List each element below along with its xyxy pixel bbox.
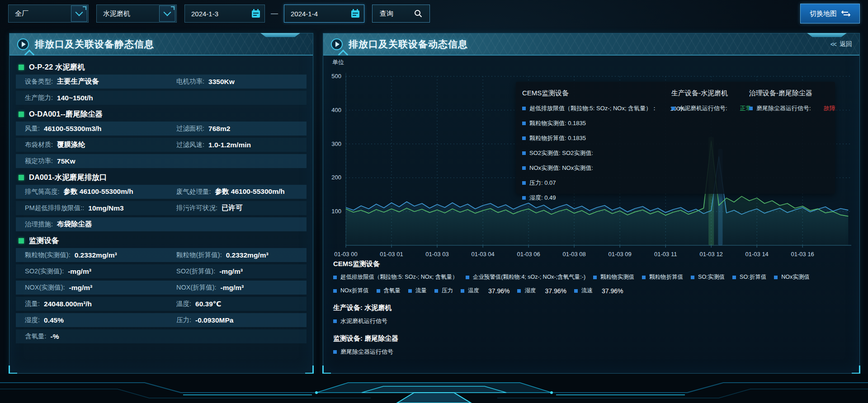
- tooltip-text: SO2实测值: SO2实测值:: [529, 149, 593, 157]
- legend-item[interactable]: 颗粒物实测值: [593, 273, 634, 281]
- legend-item[interactable]: 颗粒物折算值: [642, 273, 683, 281]
- info-row: 生产能力:140~150t/h: [16, 91, 307, 105]
- section-header-label: O-DA001--磨尾除尘器: [29, 109, 103, 119]
- legend-item[interactable]: SO:实测值: [691, 273, 725, 281]
- calendar-icon[interactable]: [348, 6, 363, 21]
- legend-label: 含氧量: [384, 287, 401, 295]
- svg-text:01-03 11: 01-03 11: [654, 251, 677, 258]
- info-cell: SO2(折算值):-mg/m³: [167, 267, 307, 276]
- info-cell: 过滤面积:768m2: [167, 124, 307, 133]
- legend-rows: 超低排放限值（颗拉物:5: SOz-; NOx; 含氧量）企业预警值(颗粒物:4…: [333, 273, 852, 295]
- info-label: 含氧量:: [25, 332, 47, 341]
- legend-label: 压力: [442, 287, 453, 295]
- svg-text:200: 200: [331, 174, 341, 181]
- info-cell: 颗粒物(实测值):0.2332mg/m³: [16, 251, 167, 259]
- static-info-rows: O-P-22 水泥磨机设备类型:主要生产设备电机功率:3350Kw生产能力:14…: [9, 56, 313, 350]
- svg-text:400: 400: [331, 107, 341, 113]
- info-label: 治理措施:: [25, 220, 53, 229]
- tooltip-marker-icon: [522, 166, 526, 170]
- tooltip-column: 治理设备-磨尾除尘器磨尾除尘器运行信号:故障: [749, 89, 831, 112]
- info-value: 75Kw: [57, 157, 75, 165]
- calendar-icon[interactable]: [248, 6, 264, 21]
- info-value: 0.45%: [44, 316, 64, 324]
- production-title: 生产设备: 水泥磨机: [333, 304, 852, 312]
- switch-map-button[interactable]: 切换地图: [800, 4, 860, 23]
- info-cell: SO2(实测值):-mg/m³: [16, 267, 167, 276]
- end-date-input[interactable]: 2024-1-4: [284, 5, 364, 23]
- tooltip-item: NOx实测值: NOx实测值:: [522, 164, 670, 172]
- chevron-down-icon[interactable]: [159, 5, 175, 22]
- info-label: 风量:: [25, 124, 40, 133]
- tooltip-marker-icon: [671, 107, 675, 110]
- legend-marker-icon: [377, 289, 380, 293]
- tooltip-text: NOx实测值: NOx实测值:: [529, 164, 593, 172]
- info-value: 已许可: [222, 203, 243, 213]
- legend-item[interactable]: 流速37.96%: [574, 287, 623, 295]
- tooltip-text: 水泥磨机运行信号:: [679, 104, 727, 112]
- svg-text:01-03 03: 01-03 03: [425, 251, 448, 258]
- chevron-down-icon[interactable]: [71, 5, 87, 22]
- legend-item[interactable]: 流量: [408, 287, 427, 295]
- query-button[interactable]: 查询: [372, 5, 430, 23]
- legend-label: NOx折算值: [340, 287, 369, 295]
- legend-label: SO:实测值: [698, 273, 725, 281]
- signal-label: 水泥磨机运行信号: [340, 317, 387, 325]
- tooltip-item: SO2实测值: SO2实测值:: [522, 149, 670, 157]
- info-row: 排气筒高度:参数 46100-55300m/h废气处理量:参数 46100-55…: [16, 185, 307, 199]
- tooltip-text: 湿度: 0.49: [529, 194, 556, 202]
- legend-title: CEMS监测设备: [333, 260, 852, 268]
- dynamic-panel-body: 单位 10020030040050001-03 0001-03 0101-03 …: [323, 56, 859, 374]
- legend-marker-icon: [408, 289, 412, 293]
- info-row: 额定功率:75Kw: [16, 154, 307, 168]
- info-cell: 设备类型:主要生产设备: [16, 77, 167, 86]
- info-cell: 额定功率:75Kw: [16, 157, 307, 165]
- legend-marker-icon: [333, 276, 337, 279]
- tooltip-text: 颗粒物实测值: 0.1835: [529, 119, 586, 127]
- legend-item[interactable]: 含氧量: [377, 287, 401, 295]
- legend-item[interactable]: 超低排放限值（颗拉物:5: SOz-; NOx; 含氧量）: [333, 273, 458, 281]
- legend-marker-icon: [517, 289, 521, 293]
- info-cell: 颗粒物(折算值):0.2332mg/m³: [167, 251, 307, 259]
- start-date-input[interactable]: 2024-1-3: [184, 5, 265, 23]
- dynamic-panel-header: 排放口及关联设备动态信息 << 返回: [323, 33, 859, 56]
- tooltip-text: 磨尾除尘器运行信号:: [756, 104, 811, 112]
- signal-item[interactable]: 磨尾除尘器运行信号: [333, 348, 852, 356]
- legend-label: SO:折算值: [740, 273, 766, 281]
- info-label: SO2(折算值):: [176, 267, 215, 276]
- legend-item[interactable]: 压力: [434, 287, 453, 295]
- legend-label: 湿度: [524, 287, 536, 295]
- legend-label: 颗粒物折算值: [649, 273, 683, 281]
- device-select-value: 水泥磨机: [97, 9, 137, 18]
- device-select[interactable]: 水泥磨机: [96, 5, 177, 23]
- tooltip-text: 压力: 0.07: [529, 179, 556, 187]
- tooltip-marker-icon: [522, 181, 526, 185]
- signal-item[interactable]: 水泥磨机运行信号: [333, 317, 852, 325]
- back-button[interactable]: << 返回: [830, 40, 852, 48]
- production-items: 水泥磨机运行信号: [333, 317, 852, 325]
- tooltip-column: CEMS监测设备超低排放限值（颗拉物:5: SOz-; NOx; 含氧量）：10…: [522, 89, 670, 202]
- legend-item[interactable]: 温度37.96%: [461, 287, 509, 295]
- legend-item[interactable]: 企业预警值(颗粒物:4; sOz-; NOx-;含氧气量:-): [466, 273, 585, 281]
- tooltip-item: 压力: 0.07: [522, 179, 670, 187]
- legend-item[interactable]: SO:折算值: [732, 273, 766, 281]
- info-row: 含氧量:-%: [16, 329, 307, 343]
- section-bullet-icon: [19, 238, 24, 244]
- legend-item[interactable]: 湿度37.96%: [517, 287, 566, 295]
- tooltip-item: 颗粒物实测值: 0.1835: [522, 119, 670, 127]
- info-cell: 排气筒高度:参数 46100-55300m/h: [16, 187, 167, 197]
- svg-text:500: 500: [331, 73, 341, 80]
- play-icon: [17, 38, 29, 51]
- info-cell: PM超低排排放限值::10mg/Nm3: [16, 204, 167, 212]
- legend-marker-icon: [333, 350, 337, 354]
- info-label: NOX(折算值):: [176, 283, 217, 292]
- info-value: 0.2332mg/m³: [75, 251, 117, 259]
- info-cell: NOX(实测值):-mg/m³: [16, 283, 167, 292]
- signal-label: 磨尾除尘器运行信号: [340, 348, 393, 356]
- legend-item[interactable]: NOx实测值: [774, 273, 810, 281]
- tooltip-item: 水泥磨机运行信号:正常: [671, 104, 746, 112]
- plant-select[interactable]: 全厂: [8, 5, 89, 23]
- end-date-value: 2024-1-4: [284, 10, 324, 18]
- page-title-dynamic: 排放口及关联设备动态信息: [349, 38, 468, 51]
- legend-item[interactable]: NOx折算值: [333, 287, 369, 295]
- info-value: -mg/m³: [69, 284, 93, 292]
